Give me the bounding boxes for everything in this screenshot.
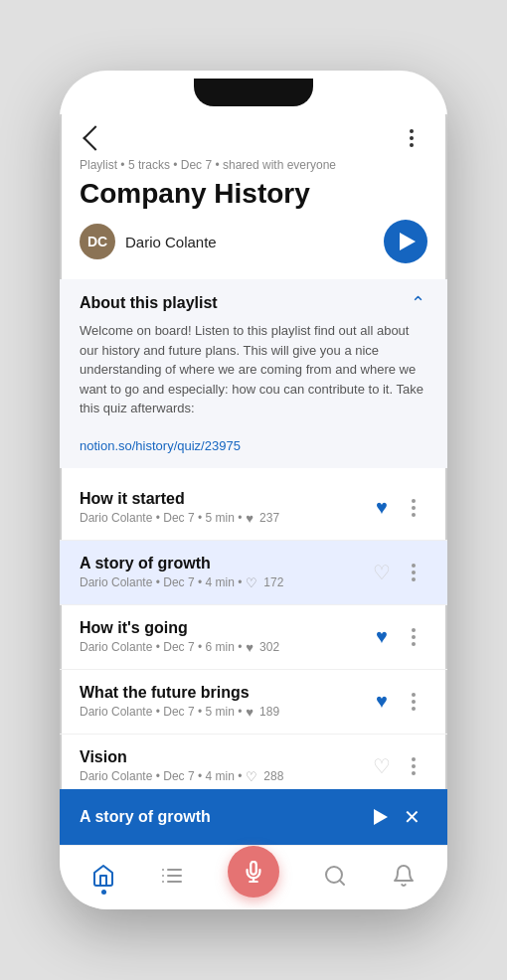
track-meta: Dario Colante • Dec 7 • 5 min • ♥ 189 [80,705,368,720]
nav-search[interactable] [322,863,348,889]
play-all-button[interactable] [384,220,427,263]
track-title: A story of growth [80,555,368,572]
track-info: What the future brings Dario Colante • D… [80,684,368,720]
author-info: DC Dario Colante [80,224,217,259]
mini-play-button[interactable] [364,801,396,833]
dot [410,136,414,140]
nav-home[interactable] [90,863,116,889]
mic-button[interactable] [228,846,279,898]
track-title: What the future brings [80,684,368,702]
about-link[interactable]: notion.so/history/quiz/23975 [80,438,241,453]
about-title: About this playlist [80,294,218,312]
track-more-button[interactable] [400,752,427,780]
search-icon [322,863,348,889]
track-info: How it's going Dario Colante • Dec 7 • 6… [80,619,368,655]
collapse-button[interactable]: ⌃ [408,293,427,313]
author-row: DC Dario Colante [60,220,447,279]
play-icon [400,233,416,250]
track-info: How it started Dario Colante • Dec 7 • 5… [80,490,368,526]
track-meta: Dario Colante • Dec 7 • 5 min • ♥ 237 [80,511,368,526]
bell-icon [391,863,417,889]
track-more-button[interactable] [400,559,427,586]
like-button[interactable]: ♥ [368,494,396,522]
mini-player[interactable]: A story of growth ✕ [60,789,447,845]
track-title: How it started [80,490,368,508]
track-more-button[interactable] [400,494,427,522]
track-item[interactable]: How it started Dario Colante • Dec 7 • 5… [60,476,447,541]
more-options-button[interactable] [396,122,427,154]
track-info: Vision Dario Colante • Dec 7 • 4 min • ♡… [80,748,368,784]
track-item[interactable]: Vision Dario Colante • Dec 7 • 4 min • ♡… [60,735,447,790]
track-item[interactable]: What the future brings Dario Colante • D… [60,670,447,735]
page-title: Company History [60,178,447,220]
back-arrow-icon [83,125,107,150]
about-header: About this playlist ⌃ [80,293,427,313]
like-button[interactable]: ♡ [368,559,396,586]
nav-active-dot [101,890,106,895]
track-meta: Dario Colante • Dec 7 • 6 min • ♥ 302 [80,640,368,655]
about-section: About this playlist ⌃ Welcome on board! … [60,279,447,468]
dot [410,143,414,147]
nav-mic[interactable] [228,854,279,898]
mini-player-title: A story of growth [80,808,364,826]
dot [410,129,414,133]
mini-play-icon [374,809,388,825]
like-button[interactable]: ♥ [368,623,396,651]
content-scroll: About this playlist ⌃ Welcome on board! … [60,279,447,789]
track-info: A story of growth Dario Colante • Dec 7 … [80,555,368,590]
like-button[interactable]: ♥ [368,688,396,716]
home-icon [90,863,116,889]
back-button[interactable] [80,122,111,154]
track-item[interactable]: A story of growth Dario Colante • Dec 7 … [60,541,447,605]
avatar: DC [80,224,115,259]
track-more-button[interactable] [400,623,427,651]
mini-close-button[interactable]: ✕ [396,801,427,833]
about-description: Welcome on board! Listen to this playlis… [80,321,427,418]
svg-line-9 [339,881,343,885]
track-item[interactable]: How it's going Dario Colante • Dec 7 • 6… [60,605,447,670]
playlist-meta: Playlist • 5 tracks • Dec 7 • shared wit… [60,158,447,178]
author-name: Dario Colante [125,234,217,250]
track-meta: Dario Colante • Dec 7 • 4 min • ♡ 172 [80,575,368,590]
list-icon [159,863,185,889]
bottom-nav [60,845,447,909]
header [60,114,447,158]
track-title: Vision [80,748,368,766]
track-title: How it's going [80,619,368,637]
like-button[interactable]: ♡ [368,752,396,780]
nav-list[interactable] [159,863,185,889]
nav-bell[interactable] [391,863,417,889]
track-meta: Dario Colante • Dec 7 • 4 min • ♡ 288 [80,769,368,784]
track-more-button[interactable] [400,688,427,716]
